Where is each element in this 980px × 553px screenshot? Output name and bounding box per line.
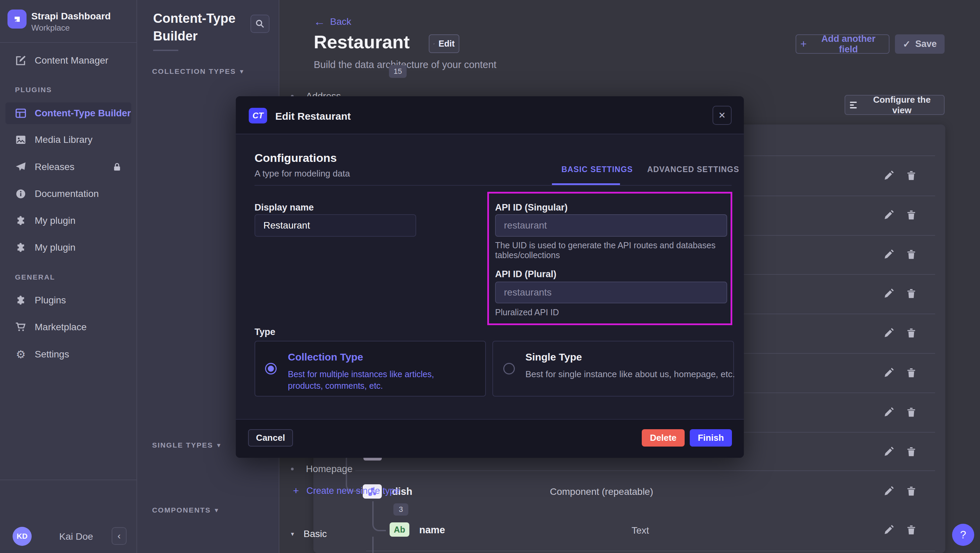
sidebar-item-plugins[interactable]: Plugins — [5, 289, 131, 311]
media-image-icon — [15, 135, 27, 145]
plus-icon: + — [293, 485, 299, 497]
page-title: Restaurant — [314, 31, 410, 52]
components-header[interactable]: COMPONENTS ▾ — [152, 506, 219, 514]
type-label: Type — [255, 327, 275, 337]
delete-row-button[interactable] — [906, 327, 917, 338]
create-single-type-link[interactable]: + Create new single type — [293, 485, 400, 497]
edit-row-button[interactable] — [883, 486, 894, 497]
delete-row-button[interactable] — [906, 524, 917, 536]
edit-row-button[interactable] — [883, 367, 894, 378]
row-actions — [883, 486, 917, 497]
back-link[interactable]: ← Back — [314, 15, 351, 28]
tab-advanced-settings[interactable]: ADVANCED SETTINGS — [647, 165, 739, 174]
lock-icon — [112, 162, 122, 172]
modal-title: Edit Restaurant — [275, 111, 351, 122]
back-arrow-icon: ← — [314, 15, 325, 28]
help-button[interactable]: ? — [952, 524, 974, 546]
display-name-input[interactable]: Restaurant — [255, 214, 416, 237]
edit-row-button[interactable] — [883, 288, 894, 299]
trash-icon — [906, 328, 916, 338]
single-type-radio[interactable] — [503, 363, 515, 375]
pencil-icon — [884, 210, 894, 220]
delete-row-button[interactable] — [906, 288, 917, 299]
edit-row-button[interactable] — [883, 407, 894, 418]
strapi-logo[interactable] — [8, 10, 27, 29]
sidebar-item-my-plugin-2[interactable]: My plugin — [5, 237, 131, 259]
sidebar-item-content-manager[interactable]: Content Manager — [5, 50, 131, 72]
trash-icon — [906, 407, 916, 417]
edit-row-button[interactable] — [883, 327, 894, 338]
collapse-sidebar-button[interactable]: ‹ — [111, 527, 127, 545]
edit-button[interactable]: Edit — [429, 34, 460, 53]
strapi-logo-icon — [11, 14, 22, 24]
delete-row-button[interactable] — [906, 170, 917, 181]
save-button[interactable]: ✓ Save — [895, 34, 945, 54]
single-types-header[interactable]: SINGLE TYPES ▾ — [152, 441, 221, 449]
sidebar-item-label: My plugin — [35, 215, 76, 226]
collection-types-header[interactable]: COLLECTION TYPES ▾ — [152, 67, 244, 76]
delete-row-button[interactable] — [906, 367, 917, 378]
row-actions — [883, 524, 917, 536]
sidebar-item-basic-group[interactable]: ▾ Basic — [291, 526, 414, 542]
sidebar-item-content-type-builder[interactable]: Content-Type Builder — [5, 102, 131, 124]
single-type-title: Single Type — [525, 351, 582, 363]
cancel-button[interactable]: Cancel — [248, 429, 293, 447]
configure-view-button[interactable]: Configure the view — [845, 95, 945, 115]
components-count-badge: 3 — [393, 503, 408, 516]
user-name: Kai Doe — [59, 531, 93, 542]
table-row — [883, 249, 917, 260]
sidebar-item-label: Releases — [35, 162, 75, 172]
edit-row-button[interactable] — [883, 446, 894, 457]
delete-row-button[interactable] — [906, 486, 917, 497]
pencil-icon — [884, 288, 894, 299]
delete-row-button[interactable] — [906, 407, 917, 418]
sidebar-item-releases[interactable]: Releases — [5, 156, 131, 178]
tab-basic-settings[interactable]: BASIC SETTINGS — [562, 165, 633, 174]
api-id-singular-input[interactable]: restaurant — [495, 214, 727, 237]
pencil-icon — [884, 368, 894, 378]
table-row — [883, 288, 917, 299]
workspace-subtitle: Workplace — [31, 23, 70, 33]
delete-row-button[interactable] — [906, 210, 917, 220]
question-icon: ? — [960, 529, 966, 541]
sidebar-bottom-divider — [0, 480, 137, 480]
avatar[interactable]: KD — [13, 527, 32, 546]
sidebar-item-label: Settings — [35, 349, 69, 360]
add-another-field-button[interactable]: + Add another field — [795, 34, 889, 54]
edit-row-button[interactable] — [883, 249, 894, 260]
pencil-icon — [884, 407, 894, 417]
single-type-desc: Best for single instance like about us, … — [525, 368, 744, 380]
chevron-down-icon: ▾ — [215, 506, 219, 514]
search-button[interactable] — [250, 14, 269, 33]
close-icon: ✕ — [718, 110, 726, 121]
pencil-icon — [884, 447, 894, 457]
finish-button[interactable]: Finish — [690, 429, 732, 447]
field-name: name — [419, 524, 445, 536]
active-tab-underline — [552, 183, 620, 185]
sidebar-item-media-library[interactable]: Media Library — [5, 129, 131, 151]
sidebar-item-settings[interactable]: ⚙ Settings — [5, 343, 131, 365]
content-type-badge: CT — [249, 108, 267, 124]
sidebar-item-my-plugin-1[interactable]: My plugin — [5, 210, 131, 232]
delete-button[interactable]: Delete — [642, 429, 685, 447]
collection-type-radio[interactable] — [265, 363, 277, 375]
display-name-label: Display name — [255, 202, 314, 213]
sidebar-item-marketplace[interactable]: Marketplace — [5, 316, 131, 338]
edit-row-button[interactable] — [883, 210, 894, 220]
trash-icon — [906, 486, 916, 496]
edit-row-button[interactable] — [883, 524, 894, 536]
pencil-icon — [884, 486, 894, 496]
collapse-icon: ‹ — [118, 531, 121, 542]
table-row — [883, 170, 917, 181]
add-field-label: Add another field — [812, 34, 885, 55]
api-id-plural-input[interactable]: restaurants — [495, 281, 727, 304]
delete-row-button[interactable] — [906, 249, 917, 260]
general-section-header: GENERAL — [15, 273, 55, 281]
delete-row-button[interactable] — [906, 446, 917, 457]
sidebar-item-homepage[interactable]: Homepage — [291, 461, 414, 477]
chevron-down-icon: ▾ — [291, 530, 294, 538]
edit-row-button[interactable] — [883, 170, 894, 181]
sidebar-item-documentation[interactable]: Documentation — [5, 183, 131, 205]
table-row — [883, 210, 917, 220]
close-modal-button[interactable]: ✕ — [713, 106, 732, 125]
